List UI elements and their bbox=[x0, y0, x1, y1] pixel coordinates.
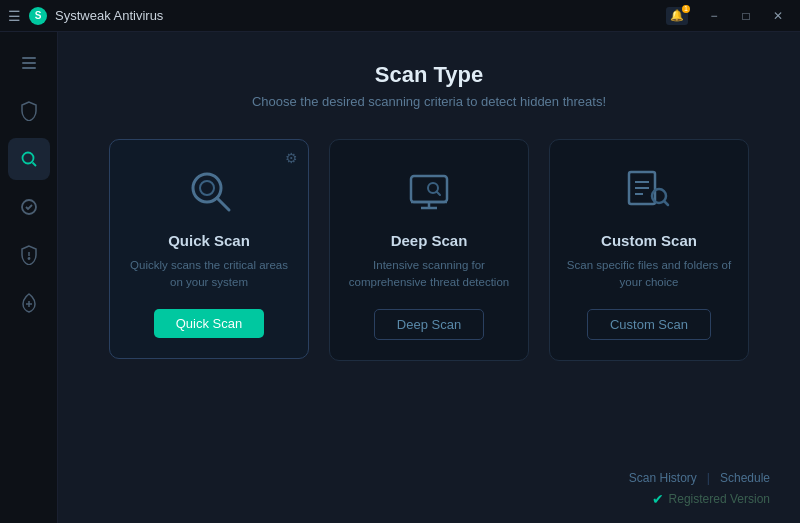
quick-scan-icon bbox=[179, 160, 239, 220]
scan-history-link[interactable]: Scan History bbox=[629, 471, 697, 485]
custom-scan-icon bbox=[619, 160, 679, 220]
schedule-link[interactable]: Schedule bbox=[720, 471, 770, 485]
maximize-button[interactable]: □ bbox=[732, 5, 760, 27]
quick-scan-desc: Quickly scans the critical areas on your… bbox=[126, 257, 292, 293]
sidebar-item-protection[interactable] bbox=[8, 234, 50, 276]
sidebar bbox=[0, 32, 58, 523]
svg-rect-0 bbox=[22, 57, 36, 59]
page-title: Scan Type bbox=[98, 62, 760, 88]
svg-line-11 bbox=[217, 198, 229, 210]
content-area: Scan Type Choose the desired scanning cr… bbox=[58, 32, 800, 523]
hamburger-icon[interactable]: ☰ bbox=[8, 8, 21, 24]
sidebar-item-shield[interactable] bbox=[8, 90, 50, 132]
registered-icon: ✔ bbox=[652, 491, 664, 507]
sidebar-item-boost[interactable] bbox=[8, 282, 50, 324]
svg-point-12 bbox=[200, 181, 214, 195]
custom-scan-button[interactable]: Custom Scan bbox=[587, 309, 711, 340]
svg-point-7 bbox=[28, 258, 29, 259]
svg-line-18 bbox=[437, 192, 441, 196]
quick-scan-title: Quick Scan bbox=[168, 232, 250, 249]
main-layout: Scan Type Choose the desired scanning cr… bbox=[0, 32, 800, 523]
footer: Scan History | Schedule ✔ Registered Ver… bbox=[629, 471, 770, 507]
deep-scan-desc: Intensive scanning for comprehensive thr… bbox=[346, 257, 512, 293]
sidebar-item-menu[interactable] bbox=[8, 42, 50, 84]
title-bar-right: 🔔 1 − □ ✕ bbox=[666, 5, 792, 27]
footer-links: Scan History | Schedule bbox=[629, 471, 770, 485]
app-logo: S bbox=[29, 7, 47, 25]
svg-rect-2 bbox=[22, 67, 36, 69]
sidebar-item-scan[interactable] bbox=[8, 138, 50, 180]
deep-scan-icon bbox=[399, 160, 459, 220]
scan-cards-container: ⚙ Quick Scan Quickly scans the critical … bbox=[98, 139, 760, 361]
deep-scan-title: Deep Scan bbox=[391, 232, 468, 249]
registered-version: ✔ Registered Version bbox=[652, 491, 770, 507]
page-subtitle: Choose the desired scanning criteria to … bbox=[98, 94, 760, 109]
custom-scan-card: Custom Scan Scan specific files and fold… bbox=[549, 139, 749, 361]
app-title: Systweak Antivirus bbox=[55, 8, 163, 23]
svg-point-3 bbox=[22, 153, 33, 164]
custom-scan-title: Custom Scan bbox=[601, 232, 697, 249]
custom-scan-desc: Scan specific files and folders of your … bbox=[566, 257, 732, 293]
deep-scan-card: Deep Scan Intensive scanning for compreh… bbox=[329, 139, 529, 361]
sidebar-item-check[interactable] bbox=[8, 186, 50, 228]
footer-divider: | bbox=[707, 471, 710, 485]
minimize-button[interactable]: − bbox=[700, 5, 728, 27]
deep-scan-button[interactable]: Deep Scan bbox=[374, 309, 484, 340]
close-button[interactable]: ✕ bbox=[764, 5, 792, 27]
notification-badge[interactable]: 🔔 1 bbox=[666, 7, 688, 25]
title-bar: ☰ S Systweak Antivirus 🔔 1 − □ ✕ bbox=[0, 0, 800, 32]
svg-rect-1 bbox=[22, 62, 36, 64]
quick-scan-button[interactable]: Quick Scan bbox=[154, 309, 264, 338]
gear-icon[interactable]: ⚙ bbox=[285, 150, 298, 166]
quick-scan-card: ⚙ Quick Scan Quickly scans the critical … bbox=[109, 139, 309, 359]
registered-label: Registered Version bbox=[669, 492, 770, 506]
svg-line-4 bbox=[32, 163, 36, 167]
svg-line-24 bbox=[665, 202, 669, 206]
title-bar-left: ☰ S Systweak Antivirus bbox=[8, 7, 163, 25]
notification-dot: 1 bbox=[682, 5, 690, 13]
